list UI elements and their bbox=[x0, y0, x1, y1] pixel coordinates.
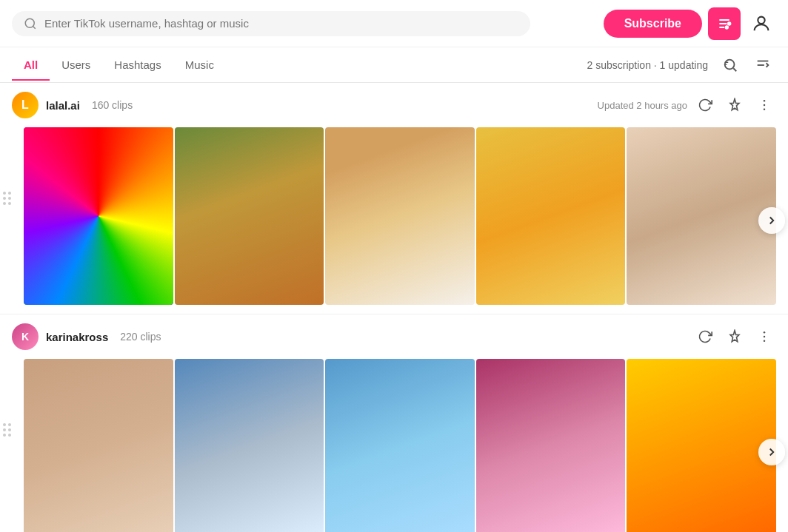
clip-count-lalal: 160 clips bbox=[92, 99, 133, 111]
image-cell-karina-4[interactable] bbox=[627, 359, 776, 532]
username-karina: karinakross bbox=[46, 331, 108, 343]
subscription-status-text: 2 subscription · 1 updating bbox=[587, 59, 708, 71]
section-header-karina: K karinakross 220 clips bbox=[0, 314, 788, 359]
search-feeds-icon bbox=[722, 57, 738, 73]
updated-text-lalal: Updated 2 hours ago bbox=[598, 100, 687, 111]
header: Subscribe bbox=[0, 0, 788, 47]
refresh-button-lalal[interactable] bbox=[693, 93, 717, 117]
svg-point-5 bbox=[728, 22, 730, 24]
image-cell-lalal-4[interactable] bbox=[627, 127, 776, 305]
image-cell-karina-0[interactable] bbox=[24, 359, 173, 532]
refresh-icon-lalal bbox=[698, 98, 712, 112]
tab-music[interactable]: Music bbox=[173, 50, 226, 80]
svg-point-0 bbox=[25, 18, 34, 27]
image-cell-karina-3[interactable] bbox=[476, 359, 626, 532]
image-grid-lalal bbox=[0, 127, 788, 314]
image-cell-lalal-1[interactable] bbox=[175, 127, 324, 305]
svg-point-15 bbox=[764, 104, 766, 107]
main-content: L lalal.ai 160 clips Updated 2 hours ago bbox=[0, 83, 788, 532]
avatar-karina: K bbox=[12, 323, 39, 350]
subscribe-button[interactable]: Subscribe bbox=[604, 10, 702, 38]
svg-point-6 bbox=[726, 26, 728, 28]
sort-icon bbox=[755, 57, 771, 73]
next-arrow-karina[interactable] bbox=[758, 439, 785, 465]
svg-line-9 bbox=[733, 68, 736, 71]
svg-point-17 bbox=[764, 331, 766, 334]
refresh-button-karina[interactable] bbox=[693, 325, 717, 349]
tab-hashtags[interactable]: Hashtags bbox=[102, 50, 173, 80]
tab-users[interactable]: Users bbox=[50, 50, 102, 80]
more-button-karina[interactable] bbox=[752, 325, 776, 349]
next-arrow-lalal[interactable] bbox=[758, 207, 785, 234]
search-icon bbox=[24, 17, 37, 30]
image-cell-karina-2[interactable] bbox=[325, 359, 475, 532]
svg-point-18 bbox=[764, 336, 766, 338]
image-cell-lalal-0[interactable] bbox=[24, 127, 173, 305]
tabs-status: 2 subscription · 1 updating bbox=[587, 52, 776, 78]
avatar-lalal: L bbox=[12, 92, 39, 118]
tabs-right-icons bbox=[717, 52, 776, 78]
image-grid-karina bbox=[0, 359, 788, 532]
image-cell-karina-1[interactable] bbox=[175, 359, 324, 532]
pin-icon-karina bbox=[727, 329, 742, 344]
username-lalal: lalal.ai bbox=[46, 99, 80, 112]
search-bar[interactable] bbox=[12, 11, 530, 36]
refresh-icon-karina bbox=[698, 329, 712, 344]
filter-icon bbox=[717, 16, 732, 31]
section-header-right-karina bbox=[693, 325, 776, 349]
sort-button[interactable] bbox=[749, 52, 776, 78]
section-header-lalal: L lalal.ai 160 clips Updated 2 hours ago bbox=[0, 83, 788, 127]
svg-point-16 bbox=[764, 109, 766, 111]
more-icon-karina bbox=[757, 329, 772, 344]
svg-point-14 bbox=[764, 100, 766, 102]
pin-button-lalal[interactable] bbox=[723, 93, 747, 117]
subscription-section-karina: K karinakross 220 clips bbox=[0, 314, 788, 532]
search-feeds-button[interactable] bbox=[717, 52, 744, 78]
image-cell-lalal-3[interactable] bbox=[476, 127, 626, 305]
image-cell-lalal-2[interactable] bbox=[325, 127, 475, 305]
pin-icon-lalal bbox=[727, 98, 742, 112]
search-input[interactable] bbox=[44, 17, 518, 30]
subscription-section-lalal: L lalal.ai 160 clips Updated 2 hours ago bbox=[0, 83, 788, 314]
header-right: Subscribe bbox=[604, 7, 776, 40]
tabs-bar: All Users Hashtags Music 2 subscription … bbox=[0, 47, 788, 83]
more-button-lalal[interactable] bbox=[752, 93, 776, 117]
more-icon-lalal bbox=[757, 98, 772, 112]
chevron-right-icon-lalal bbox=[765, 214, 778, 227]
svg-point-19 bbox=[764, 340, 766, 343]
section-header-right-lalal: Updated 2 hours ago bbox=[598, 93, 776, 117]
account-icon bbox=[751, 13, 772, 34]
clip-count-karina: 220 clips bbox=[120, 331, 161, 343]
pin-button-karina[interactable] bbox=[723, 325, 747, 349]
tab-all[interactable]: All bbox=[12, 50, 50, 80]
account-button[interactable] bbox=[747, 9, 776, 38]
svg-point-7 bbox=[758, 16, 764, 23]
filter-button[interactable] bbox=[708, 7, 741, 40]
chevron-right-icon-karina bbox=[765, 445, 778, 459]
svg-line-1 bbox=[33, 26, 35, 28]
